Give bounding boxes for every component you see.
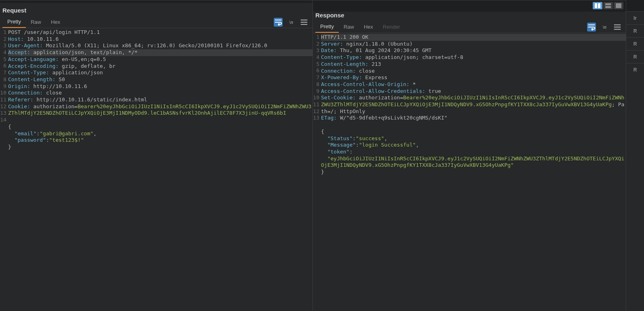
code-line[interactable]: Content-Type: application/json — [8, 69, 313, 76]
code-line[interactable]: { "email":"gabri@gabri.com", "password":… — [8, 124, 313, 151]
tab-render[interactable]: Render — [378, 21, 405, 32]
tab-pretty[interactable]: Pretty — [2, 16, 26, 28]
request-code[interactable]: POST /user/api/login HTTP/1.1Host: 10.10… — [7, 29, 313, 311]
tab-pretty[interactable]: Pretty — [315, 21, 339, 33]
request-title: Request — [2, 7, 26, 14]
svg-rect-0 — [595, 3, 597, 8]
newline-icon[interactable]: \n — [600, 23, 609, 32]
tab-hex[interactable]: Hex — [359, 21, 378, 32]
request-tab-bar: PrettyRawHex \n — [0, 16, 313, 28]
response-tab-bar: PrettyRawHexRender \n — [313, 21, 626, 33]
tab-raw[interactable]: Raw — [26, 17, 46, 27]
inspector-tab[interactable]: R — [626, 50, 644, 63]
code-line[interactable]: Accept-Language: en-US,en;q=0.5 — [8, 56, 313, 63]
line-number: 4 — [0, 49, 6, 56]
request-code-area[interactable]: 1234567891011121314 POST /user/api/login… — [0, 28, 313, 311]
line-number: 7 — [313, 74, 319, 81]
line-number: 12 — [313, 108, 319, 115]
line-number: 5 — [0, 56, 6, 63]
code-line[interactable]: Access-Control-Allow-Origin: * — [321, 81, 626, 88]
code-line[interactable]: POST /user/api/login HTTP/1.1 — [8, 29, 313, 36]
inspector-tab[interactable]: R — [626, 37, 644, 50]
code-line[interactable]: Date: Thu, 01 Aug 2024 20:30:45 GMT — [321, 47, 626, 54]
code-line[interactable]: X-Powered-By: Express — [321, 74, 626, 81]
wrap-icon[interactable] — [587, 23, 596, 32]
svg-rect-3 — [605, 6, 611, 8]
inspector-tab[interactable]: Ir — [626, 11, 644, 24]
code-line[interactable]: ETag: W/"d5-9dfebt+q9sLivkt20cgNMS/dsKI" — [321, 115, 626, 122]
code-line[interactable]: HTTP/1.1 200 OK — [321, 34, 626, 41]
line-number: 10 — [0, 90, 6, 97]
line-number: 11 — [0, 97, 6, 103]
line-number: 14 — [0, 117, 6, 124]
line-number: 2 — [0, 36, 6, 43]
layout-single-icon[interactable] — [614, 2, 623, 9]
code-line[interactable]: Connection: close — [8, 90, 313, 97]
request-gutter: 1234567891011121314 — [0, 29, 7, 311]
line-number: 1 — [313, 34, 319, 41]
tab-hex[interactable]: Hex — [46, 17, 65, 27]
request-panel: Request PrettyRawHex \n 1234567891011121… — [0, 0, 313, 311]
line-number: 8 — [313, 81, 319, 88]
line-number: 13 — [313, 115, 319, 122]
line-number: 3 — [0, 42, 6, 49]
line-number: 9 — [313, 88, 319, 95]
line-number: 3 — [313, 47, 319, 54]
code-line[interactable]: Referer: http://10.10.11.6/static/index.… — [8, 97, 313, 103]
top-strip — [313, 0, 626, 12]
code-line[interactable]: Access-Control-Allow-Credentials: true — [321, 88, 626, 95]
code-line[interactable]: Accept: application/json, text/plain, */… — [8, 49, 313, 56]
response-toolbar: \n — [587, 23, 626, 32]
line-number: 5 — [313, 61, 319, 68]
inspector-tab[interactable]: R — [626, 63, 644, 76]
code-line[interactable] — [8, 117, 313, 124]
code-line[interactable]: Connection: close — [321, 68, 626, 75]
code-line[interactable]: Content-Length: 213 — [321, 61, 626, 68]
inspector-tab[interactable]: R — [626, 24, 644, 37]
svg-rect-1 — [598, 3, 600, 8]
line-number: 1 — [0, 29, 6, 36]
layout-split-horizontal-icon[interactable] — [603, 2, 613, 9]
layout-controls — [593, 2, 626, 9]
line-number: 8 — [0, 76, 6, 83]
line-number: 6 — [0, 63, 6, 69]
line-number: 10 — [313, 95, 319, 101]
line-number: 2 — [313, 41, 319, 48]
layout-split-vertical-icon[interactable] — [593, 2, 602, 9]
inspector-sidebar: IrRRRR — [626, 0, 644, 311]
line-number: 12 — [0, 103, 6, 110]
svg-rect-4 — [616, 3, 621, 8]
svg-rect-2 — [605, 3, 611, 5]
response-title: Response — [315, 12, 344, 19]
code-line[interactable]: Cookie: authorization=Bearer%20eyJhbGciO… — [8, 103, 313, 117]
line-number: 13 — [0, 110, 6, 117]
wrap-icon[interactable] — [274, 18, 283, 27]
code-line[interactable]: Host: 10.10.11.6 — [8, 36, 313, 43]
line-number: 7 — [0, 69, 6, 76]
line-number: 6 — [313, 67, 319, 74]
code-line[interactable]: Content-Length: 50 — [8, 76, 313, 83]
menu-icon[interactable] — [300, 18, 308, 27]
code-line[interactable]: { "Status":"success", "Message":"login S… — [321, 128, 626, 176]
tab-raw[interactable]: Raw — [339, 21, 359, 32]
code-line[interactable] — [321, 122, 626, 128]
top-strip — [626, 0, 644, 11]
response-code[interactable]: HTTP/1.1 200 OKServer: nginx/1.18.0 (Ubu… — [320, 34, 626, 311]
request-toolbar: \n — [274, 18, 313, 27]
code-line[interactable]: Set-Cookie: authorization=Bearer%20eyJhb… — [321, 95, 626, 115]
newline-icon[interactable]: \n — [287, 18, 296, 27]
menu-icon[interactable] — [613, 23, 622, 32]
line-number: 4 — [313, 54, 319, 61]
response-panel: Response PrettyRawHexRender \n 123456789… — [313, 0, 626, 311]
code-line[interactable]: Origin: http://10.10.11.6 — [8, 83, 313, 90]
code-line[interactable]: User-Agent: Mozilla/5.0 (X11; Linux x86_… — [8, 42, 313, 49]
response-header: Response — [313, 12, 626, 21]
line-number: 9 — [0, 83, 6, 90]
response-code-area[interactable]: 12345678910111213 HTTP/1.1 200 OKServer:… — [313, 33, 626, 311]
code-line[interactable]: Accept-Encoding: gzip, deflate, br — [8, 63, 313, 70]
code-line[interactable]: Server: nginx/1.18.0 (Ubuntu) — [321, 41, 626, 48]
request-header: Request — [0, 3, 313, 16]
code-line[interactable]: Content-Type: application/json; charset=… — [321, 54, 626, 61]
line-number: 11 — [313, 101, 319, 108]
response-gutter: 12345678910111213 — [313, 34, 320, 311]
